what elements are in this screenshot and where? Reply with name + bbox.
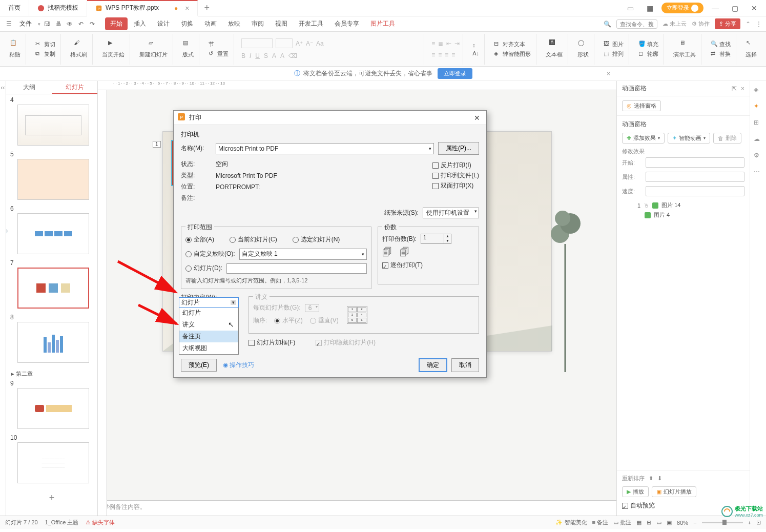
view-reading-icon[interactable]: ▭ [656,519,661,526]
ribbon-tab-devtools[interactable]: 开发工具 [294,17,328,30]
align-text-button[interactable]: ⊟对齐文本 [492,40,527,49]
range-current-radio[interactable]: 当前幻灯片(C) [230,235,277,244]
range-selected-radio[interactable]: 选定幻灯片(N) [293,235,340,244]
ai-beautify[interactable]: ✨ 智能美化 [555,519,587,526]
textbox-button[interactable]: 🅰文本框 [544,38,565,59]
ribbon-tab-slideshow[interactable]: 放映 [223,17,245,30]
collate-checkbox[interactable]: 逐份打印(T) [382,261,474,270]
section-header[interactable]: ▸ 第二章 [10,368,93,380]
new-slide-button[interactable]: ▱新建幻灯片 [137,38,170,59]
select-pane-button[interactable]: ◎选择窗格 [622,100,661,111]
shape-button[interactable]: ◯形状 [575,38,591,59]
play-button[interactable]: ▶播放 [622,486,649,497]
find-button[interactable]: 🔍查找 [709,40,733,49]
section-button[interactable]: 节 [206,40,216,49]
printer-name-select[interactable]: Microsoft Print to PDF▾ [216,143,434,154]
from-current-button[interactable]: ▶当页开始 [100,38,127,59]
diamond-icon[interactable]: ◈ [754,86,763,95]
ribbon-tab-transition[interactable]: 切换 [176,17,198,30]
ellipsis-icon[interactable]: ⋯ [754,168,763,177]
ribbon-tab-animation[interactable]: 动画 [199,17,222,30]
ok-button[interactable]: 确定 [419,358,447,372]
highlight-icon[interactable]: A [280,52,284,59]
tab-docer[interactable]: 找稻壳模板 [29,0,87,16]
banner-close-icon[interactable]: × [607,70,610,77]
minimize-button[interactable]: — [708,4,723,12]
tab-close-icon[interactable]: × [185,4,189,12]
ribbon-tab-picture[interactable]: 图片工具 [365,17,400,30]
fill-button[interactable]: 🪣填充 [636,40,660,49]
slide-thumb-selected[interactable] [17,268,89,309]
save-icon[interactable]: 🖫 [43,19,52,29]
custom-show-select[interactable]: 自定义放映 1▾ [239,249,367,260]
anim-tree-item[interactable]: 1🖱图片 14 [622,200,744,210]
delete-effect-button[interactable]: 🗑删除 [713,133,741,144]
puzzle-icon[interactable]: ⊞ [754,119,763,128]
slideshow-button[interactable]: ▣幻灯片播放 [652,486,696,497]
close-panel-icon[interactable]: × [741,85,744,92]
add-slide-button[interactable]: + [10,488,93,507]
banner-login-button[interactable]: 立即登录 [438,68,472,79]
paste-button[interactable]: 📋粘贴 [7,38,23,59]
increase-font-icon[interactable]: A⁺ [296,40,303,47]
outline-button[interactable]: ◻轮廓 [636,50,660,58]
gear-icon[interactable]: ⚙ [754,152,763,161]
decrease-font-icon[interactable]: A⁻ [306,40,313,47]
ribbon-tab-view[interactable]: 视图 [270,17,293,30]
zoom-value[interactable]: 80% [677,520,688,526]
property-dropdown[interactable] [646,172,744,182]
search-icon[interactable]: 🔍 [604,21,611,28]
cancel-button[interactable]: 取消 [451,358,479,372]
slides-radio[interactable]: 幻灯片(D): [185,264,222,273]
ribbon-tab-member[interactable]: 会员专享 [329,17,364,30]
ribbon-tab-design[interactable]: 设计 [152,17,175,30]
ribbon-tab-review[interactable]: 审阅 [246,17,269,30]
slides-tab[interactable]: 幻灯片 [52,81,97,94]
zoom-in-icon[interactable]: + [748,520,751,526]
notes-pane[interactable]: 举例备注内容。 [98,500,616,516]
paper-source-select[interactable]: 使用打印机设置▾ [423,208,479,218]
slide-thumb[interactable] [17,322,89,363]
start-dropdown[interactable] [646,157,744,168]
tab-home[interactable]: 首页 [0,0,29,16]
move-up-icon[interactable]: ⬆ [649,475,653,482]
sparkle-icon[interactable]: ✦ [754,103,763,112]
present-button[interactable]: 🖥演示工具 [671,38,698,59]
preview-icon[interactable]: 👁 [65,19,74,29]
collapse-thumbs[interactable]: ‹‹ [0,81,6,516]
tab-document[interactable]: P WPS PPT教程.pptx ● × [87,0,198,16]
file-menu[interactable]: 文件 [15,19,36,28]
print-icon[interactable]: 🖶 [54,19,63,29]
image-button[interactable]: 🖼图片 [602,40,626,49]
anim-tree-item[interactable]: 图片 4 [622,210,744,220]
slide-thumb[interactable] [17,105,89,146]
move-down-icon[interactable]: ⬇ [657,475,662,482]
cut-button[interactable]: ✂剪切 [33,40,57,49]
change-case-icon[interactable]: Aa [316,40,324,47]
close-window-button[interactable]: ✕ [747,4,762,12]
cloud-icon[interactable]: ☁ [754,135,763,145]
view-slideshow-icon[interactable]: ▣ [667,519,672,526]
notes-toggle[interactable]: ≡ 备注 [592,519,608,526]
format-painter-button[interactable]: 🖌格式刷 [68,38,89,59]
ribbon-tab-start[interactable]: 开始 [105,17,128,30]
view-sorter-icon[interactable]: ⊞ [647,519,651,526]
print-to-file-checkbox[interactable]: 打印到文件(L) [432,171,479,180]
frame-slides-checkbox[interactable]: 幻灯片加框(F) [249,338,295,347]
hamburger-icon[interactable]: ☰ [4,19,13,29]
numbering-icon[interactable]: ≣ [438,40,443,47]
font-color-icon[interactable]: A [272,52,276,59]
add-effect-button[interactable]: ✚添加效果▾ [622,133,665,144]
speed-dropdown[interactable] [646,186,744,196]
dd-option-notes[interactable]: 备注页 [179,331,238,342]
select-button[interactable]: ↖选择 [743,38,759,59]
arrange-button[interactable]: ⬚排列 [602,50,626,58]
maximize-button[interactable]: ▢ [727,4,742,12]
replace-button[interactable]: ⇄替换 [709,50,733,58]
login-button[interactable]: 立即登录 [661,3,703,13]
strikethrough-icon[interactable]: S [264,52,268,59]
underline-icon[interactable]: U [255,52,260,59]
new-tab-button[interactable]: + [198,3,216,13]
missing-font[interactable]: ⚠ 缺失字体 [86,519,115,526]
slides-range-input[interactable] [226,263,367,274]
